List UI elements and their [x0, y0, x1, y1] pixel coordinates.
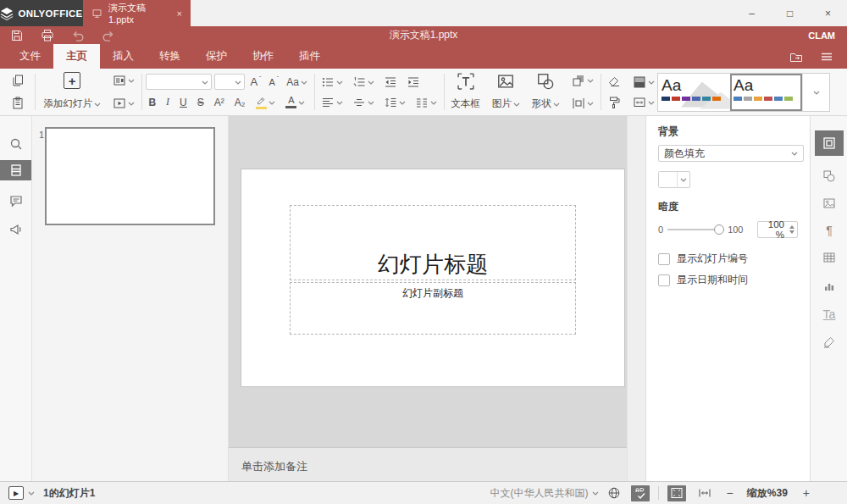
tab-plugins[interactable]: 插件 — [286, 44, 333, 69]
background-fill-dropdown[interactable]: 颜色填充 — [658, 145, 804, 162]
document-language[interactable]: 中文(中华人民共和国) — [490, 486, 589, 501]
add-slide-label: 添加幻灯片 — [43, 97, 92, 110]
superscript-button[interactable]: A² — [212, 95, 227, 110]
subtitle-placeholder[interactable]: 幻灯片副标题 — [290, 282, 576, 335]
italic-button[interactable]: I — [163, 94, 172, 110]
change-layout-button[interactable] — [110, 72, 137, 89]
font-size-combo[interactable] — [214, 74, 245, 90]
tab-protection[interactable]: 保护 — [193, 44, 240, 69]
paragraph-settings-button[interactable]: ¶ — [815, 218, 844, 243]
line-spacing-button[interactable] — [381, 94, 408, 111]
horizontal-align-button[interactable] — [318, 94, 346, 111]
add-slide-icon[interactable]: + — [64, 72, 80, 89]
minimize-button[interactable]: – — [733, 0, 771, 26]
increase-indent-button[interactable] — [404, 74, 423, 91]
underline-button[interactable]: U — [177, 95, 190, 110]
chart-settings-button[interactable] — [815, 274, 844, 299]
vertical-align-button[interactable] — [350, 94, 377, 111]
table-settings-button[interactable] — [815, 245, 844, 270]
chevron-down-icon[interactable] — [28, 490, 35, 496]
zoom-out-button[interactable]: − — [727, 486, 734, 500]
search-button[interactable] — [0, 134, 31, 154]
copy-button[interactable] — [8, 72, 27, 89]
textart-settings-button[interactable]: Ta — [815, 302, 844, 327]
theme-item-1[interactable]: Aa — [658, 74, 730, 111]
clear-style-button[interactable] — [605, 74, 623, 91]
add-slide-button[interactable]: 添加幻灯片 — [41, 96, 103, 112]
show-date-time-checkbox[interactable] — [658, 274, 670, 286]
shape-fill-button[interactable] — [630, 74, 657, 91]
image-settings-button[interactable] — [815, 191, 844, 216]
view-settings-icon[interactable] — [820, 50, 833, 64]
insert-image-button[interactable]: 图片 — [490, 96, 523, 112]
show-slide-number-checkbox[interactable] — [658, 253, 670, 265]
undo-icon[interactable] — [71, 29, 85, 42]
notes-area[interactable]: 单击添加备注 — [229, 447, 627, 481]
comments-button[interactable] — [0, 191, 31, 211]
tab-transitions[interactable]: 转换 — [147, 44, 193, 69]
font-color-button[interactable]: A — [283, 94, 307, 110]
strikethrough-button[interactable]: S — [195, 95, 207, 110]
background-section-label: 背景 — [658, 125, 803, 139]
document-title: 演示文稿1.pptx — [0, 28, 847, 42]
slide-settings-button[interactable] — [815, 130, 844, 156]
tab-file[interactable]: 文件 — [7, 44, 53, 69]
subscript-button[interactable]: A₂ — [232, 95, 248, 110]
decrease-indent-button[interactable] — [381, 74, 400, 91]
increase-font-button[interactable]: Aˆ — [247, 74, 263, 90]
spinner-down-icon[interactable] — [789, 230, 794, 234]
slide-editing-area[interactable]: 幻灯片标题 幻灯片副标题 — [241, 169, 624, 386]
slides-panel-button[interactable] — [0, 160, 31, 180]
slide-thumbnail[interactable] — [45, 127, 215, 225]
paste-button[interactable] — [8, 95, 27, 112]
signature-settings-button[interactable] — [815, 330, 844, 355]
paragraph-group — [318, 72, 440, 112]
document-tab[interactable]: 演示文稿1.pptx × — [83, 0, 191, 26]
background-color-picker[interactable] — [658, 171, 690, 188]
feedback-button[interactable] — [0, 219, 31, 240]
opacity-value-input[interactable]: 100 % — [757, 221, 798, 238]
tab-insert[interactable]: 插入 — [100, 44, 147, 69]
chevron-down-icon[interactable] — [592, 490, 599, 496]
theme-item-2-selected[interactable]: Aa — [730, 74, 802, 111]
fit-to-width-button[interactable] — [698, 486, 711, 500]
slide-size-button[interactable] — [630, 94, 657, 111]
vertical-scrollbar[interactable] — [627, 116, 645, 481]
open-file-location-icon[interactable] — [789, 50, 803, 64]
background-color-swatch — [659, 172, 678, 187]
save-icon[interactable] — [10, 29, 24, 42]
start-slideshow-statusbar-button[interactable]: ▶ — [8, 486, 24, 500]
decrease-font-button[interactable]: Aˇ — [266, 75, 281, 89]
numbering-button[interactable] — [350, 74, 377, 91]
document-tab-title: 演示文稿1.pptx — [108, 2, 171, 25]
print-icon[interactable] — [41, 29, 54, 42]
redo-icon[interactable] — [102, 29, 115, 42]
close-button[interactable]: × — [809, 0, 847, 26]
columns-button[interactable] — [412, 94, 440, 111]
bullets-button[interactable] — [318, 74, 346, 91]
insert-textbox-button[interactable]: 文本框 — [448, 96, 483, 112]
maximize-button[interactable]: □ — [771, 0, 809, 26]
tab-home[interactable]: 主页 — [53, 44, 100, 69]
tab-collaboration[interactable]: 协作 — [240, 44, 286, 69]
bold-button[interactable]: B — [146, 95, 158, 110]
opacity-slider[interactable] — [667, 224, 723, 235]
change-case-button[interactable]: Aa — [284, 75, 310, 90]
shape-settings-button[interactable] — [815, 163, 844, 189]
spellcheck-button[interactable] — [631, 485, 650, 501]
start-slideshow-button[interactable] — [110, 95, 137, 112]
slider-handle[interactable] — [714, 224, 724, 235]
highlight-color-button[interactable] — [252, 94, 278, 111]
align-objects-button[interactable] — [569, 95, 596, 112]
tab-close-icon[interactable]: × — [177, 8, 182, 19]
copy-style-button[interactable] — [605, 94, 623, 111]
insert-shape-button[interactable]: 形状 — [529, 96, 562, 112]
font-name-combo[interactable] — [146, 74, 212, 90]
set-language-globe-icon[interactable] — [607, 486, 621, 500]
arrange-button[interactable] — [569, 72, 596, 89]
zoom-in-button[interactable]: + — [803, 486, 810, 500]
title-placeholder[interactable]: 幻灯片标题 — [290, 205, 576, 280]
fit-to-slide-button[interactable] — [667, 485, 686, 501]
spinner-up-icon[interactable] — [789, 225, 794, 229]
theme-gallery-expand-button[interactable] — [802, 74, 829, 111]
